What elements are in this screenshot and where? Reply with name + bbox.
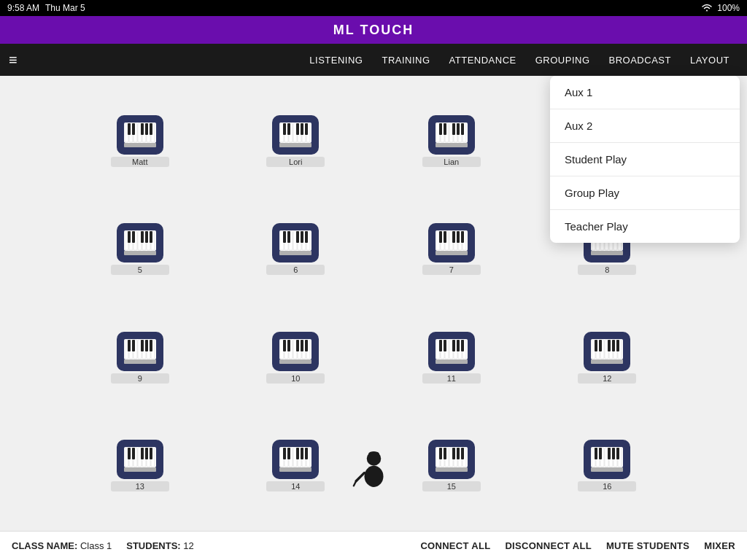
svg-rect-56 (124, 251, 156, 255)
svg-rect-209 (616, 448, 619, 459)
svg-rect-166 (145, 448, 148, 459)
student-label: 7 (422, 265, 481, 275)
svg-rect-206 (599, 448, 602, 459)
piano-icon (272, 115, 319, 155)
svg-rect-207 (608, 448, 611, 459)
svg-rect-41 (461, 123, 464, 135)
svg-rect-182 (279, 467, 311, 472)
svg-point-0 (706, 9, 708, 11)
svg-rect-192 (444, 448, 446, 459)
svg-rect-83 (461, 231, 464, 243)
nav-layout[interactable]: LAYOUT (681, 50, 738, 70)
piano-icon (272, 332, 319, 371)
status-bar: 9:58 AM Thu Mar 5 100% (0, 0, 747, 16)
svg-rect-191 (439, 448, 442, 459)
student-cell[interactable]: 11 (422, 332, 481, 384)
student-label: 6 (266, 265, 325, 275)
nav-menu: LISTENING TRAINING ATTENDANCE GROUPING B… (301, 50, 738, 70)
svg-rect-124 (301, 340, 303, 351)
student-cell[interactable]: 6 (266, 223, 325, 275)
student-cell[interactable]: 10 (266, 332, 325, 384)
svg-rect-121 (283, 340, 286, 351)
class-name-label: CLASS NAME: Class 1 (12, 540, 112, 551)
svg-rect-139 (461, 340, 464, 351)
status-time: 9:58 AM (7, 3, 39, 13)
svg-rect-181 (305, 448, 308, 459)
piano-icon (117, 223, 163, 262)
svg-point-213 (364, 465, 383, 486)
svg-rect-177 (283, 448, 286, 459)
dropdown-aux2[interactable]: Aux 2 (550, 109, 740, 143)
dropdown-teacher-play[interactable]: Teacher Play (550, 210, 740, 243)
student-label: 16 (578, 481, 636, 491)
student-cell[interactable]: 15 (422, 440, 481, 491)
student-label: Lori (266, 157, 325, 167)
student-label: 5 (111, 265, 169, 275)
svg-rect-123 (296, 340, 299, 351)
piano-icon (428, 223, 475, 262)
nav-training[interactable]: TRAINING (373, 50, 438, 70)
hamburger-menu[interactable]: ≡ (9, 52, 18, 69)
svg-rect-195 (461, 448, 464, 459)
nav-grouping[interactable]: GROUPING (527, 50, 599, 70)
student-cell[interactable]: 16 (578, 440, 636, 491)
student-label: 15 (422, 481, 481, 491)
battery-level: 100% (717, 3, 740, 13)
student-cell[interactable]: Matt (111, 115, 169, 167)
svg-rect-138 (457, 340, 460, 351)
student-cell[interactable]: 7 (422, 223, 481, 275)
nav-attendance[interactable]: ATTENDANCE (441, 50, 525, 70)
svg-rect-178 (287, 448, 290, 459)
student-cell[interactable]: 12 (578, 332, 636, 384)
student-cell[interactable]: Lian (422, 115, 481, 167)
svg-rect-79 (439, 231, 442, 243)
dropdown-student-play[interactable]: Student Play (550, 143, 740, 176)
dropdown-group-play[interactable]: Group Play (550, 176, 740, 210)
piano-icon (584, 332, 630, 371)
svg-rect-112 (124, 359, 156, 364)
svg-rect-140 (436, 359, 468, 364)
teacher-icon[interactable] (348, 443, 399, 494)
student-label: Matt (111, 157, 169, 167)
svg-line-214 (356, 472, 364, 481)
svg-rect-179 (296, 448, 299, 459)
wifi-icon (701, 3, 713, 14)
svg-rect-55 (150, 231, 152, 243)
svg-rect-164 (132, 448, 135, 459)
svg-rect-154 (591, 359, 623, 364)
bottom-bar: CLASS NAME: Class 1 STUDENTS: 12 CONNECT… (0, 531, 747, 560)
nav-broadcast[interactable]: BROADCAST (600, 50, 680, 70)
piano-icon (117, 115, 163, 155)
students-label: STUDENTS: 12 (126, 540, 193, 551)
svg-rect-193 (452, 448, 455, 459)
piano-icon (428, 440, 475, 479)
student-cell[interactable]: 13 (111, 440, 169, 491)
svg-rect-67 (296, 231, 299, 243)
disconnect-all-button[interactable]: DISCONNECT ALL (505, 540, 592, 551)
dropdown-aux1[interactable]: Aux 1 (550, 76, 740, 109)
mute-students-button[interactable]: MUTE STUDENTS (606, 540, 689, 551)
svg-rect-53 (141, 231, 144, 243)
svg-rect-40 (457, 123, 460, 135)
student-label: 9 (111, 373, 169, 384)
svg-rect-110 (145, 340, 148, 351)
mixer-button[interactable]: MIXER (704, 540, 735, 551)
student-cell[interactable]: 5 (111, 223, 169, 275)
student-cell[interactable]: 14 (266, 440, 325, 491)
student-cell[interactable]: Lori (266, 115, 325, 167)
piano-icon (272, 440, 319, 479)
svg-rect-135 (439, 340, 442, 351)
svg-rect-150 (599, 340, 602, 351)
svg-rect-122 (287, 340, 290, 351)
nav-listening[interactable]: LISTENING (301, 50, 371, 70)
svg-rect-149 (595, 340, 597, 351)
student-label: 10 (266, 373, 325, 384)
svg-rect-51 (128, 231, 131, 243)
svg-rect-28 (279, 143, 311, 147)
piano-icon (272, 223, 319, 262)
student-cell[interactable]: 9 (111, 332, 169, 384)
svg-rect-84 (436, 251, 468, 255)
title-bar: ML TOUCH (0, 16, 747, 44)
app-title: ML TOUCH (333, 23, 414, 38)
connect-all-button[interactable]: CONNECT ALL (420, 540, 490, 551)
